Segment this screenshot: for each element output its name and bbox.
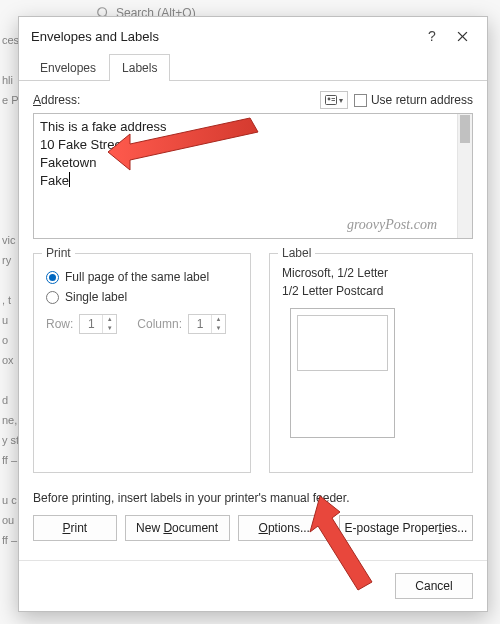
background-cropped-text: ces: hli e P vic ry , t u o ox d ne, y s…	[0, 30, 18, 624]
dialog-body: Address: Use return address Thi	[19, 81, 487, 560]
label-legend: Label	[278, 246, 315, 260]
new-document-button[interactable]: New Document	[125, 515, 230, 541]
label-product: 1/2 Letter Postcard	[282, 282, 460, 300]
label-preview	[290, 308, 395, 438]
tab-labels[interactable]: Labels	[109, 54, 170, 81]
label-info: Microsoft, 1/2 Letter 1/2 Letter Postcar…	[282, 264, 460, 300]
text-cursor	[69, 172, 70, 187]
close-button[interactable]	[447, 25, 477, 47]
address-book-icon	[325, 95, 337, 105]
address-label: Address:	[33, 93, 320, 107]
dialog-titlebar: Envelopes and Labels ?	[19, 17, 487, 53]
column-spinner[interactable]: 1 ▲▼	[188, 314, 226, 334]
label-group[interactable]: Label Microsoft, 1/2 Letter 1/2 Letter P…	[269, 253, 473, 473]
use-return-address[interactable]: Use return address	[354, 93, 473, 107]
dialog-title: Envelopes and Labels	[31, 29, 417, 44]
row-column-controls: Row: 1 ▲▼ Column: 1 ▲▼	[46, 314, 238, 334]
watermark: groovyPost.com	[347, 216, 437, 234]
row-label: Row:	[46, 317, 73, 331]
close-icon	[457, 31, 468, 42]
help-button[interactable]: ?	[417, 25, 447, 47]
options-button[interactable]: Options...	[238, 515, 331, 541]
dialog-footer: Cancel	[19, 560, 487, 611]
row-spinner[interactable]: 1 ▲▼	[79, 314, 117, 334]
address-book-button[interactable]	[320, 91, 348, 109]
tab-envelopes[interactable]: Envelopes	[27, 54, 109, 81]
use-return-address-checkbox[interactable]	[354, 94, 367, 107]
cancel-button[interactable]: Cancel	[395, 573, 473, 599]
radio-single-label-input[interactable]	[46, 291, 59, 304]
label-vendor: Microsoft, 1/2 Letter	[282, 264, 460, 282]
column-spinner-arrows[interactable]: ▲▼	[211, 315, 225, 333]
print-button[interactable]: Print	[33, 515, 117, 541]
print-group: Print Full page of the same label Single…	[33, 253, 251, 473]
column-label: Column:	[137, 317, 182, 331]
radio-full-page[interactable]: Full page of the same label	[46, 270, 238, 284]
scrollbar-thumb[interactable]	[460, 115, 470, 143]
address-textarea[interactable]: This is a fake address 10 Fake Street Fa…	[34, 114, 457, 238]
print-legend: Print	[42, 246, 75, 260]
action-button-row: Print New Document Options... E-postage …	[33, 515, 473, 541]
printer-hint: Before printing, insert labels in your p…	[33, 491, 473, 505]
address-header-row: Address: Use return address	[33, 91, 473, 109]
svg-rect-6	[331, 98, 335, 99]
svg-rect-7	[331, 100, 335, 101]
use-return-address-label: Use return address	[371, 93, 473, 107]
radio-single-label[interactable]: Single label	[46, 290, 238, 304]
e-postage-properties-button[interactable]: E-postage Properties...	[339, 515, 473, 541]
address-scrollbar[interactable]	[457, 114, 472, 238]
envelopes-labels-dialog: Envelopes and Labels ? Envelopes Labels …	[18, 16, 488, 612]
svg-point-5	[328, 98, 331, 101]
address-textarea-wrap: This is a fake address 10 Fake Street Fa…	[33, 113, 473, 239]
radio-full-page-input[interactable]	[46, 271, 59, 284]
tab-strip: Envelopes Labels	[19, 53, 487, 81]
row-spinner-arrows[interactable]: ▲▼	[102, 315, 116, 333]
